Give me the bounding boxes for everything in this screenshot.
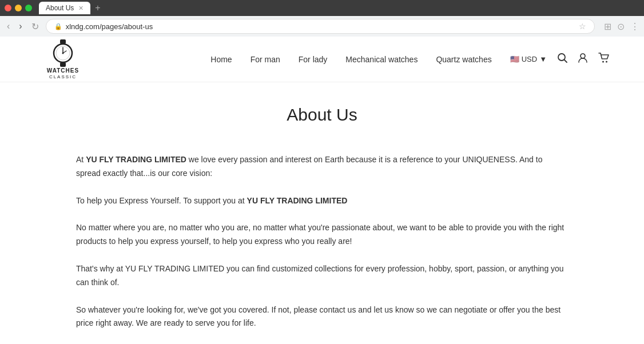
refresh-button[interactable]: ↻	[29, 20, 41, 33]
url-text: xlndg.com/pages/about-us	[66, 22, 153, 31]
site-wrapper: WATCHES CLASSIC Home For man For lady Me…	[0, 37, 644, 344]
browser-tab[interactable]: About Us ✕	[39, 2, 90, 14]
cart-button[interactable]	[598, 53, 610, 66]
browser-toolbar-icons: ⊞ ⊙ ⋮	[604, 21, 639, 32]
logo-text-sub: CLASSIC	[49, 74, 77, 79]
currency-selector[interactable]: 🇺🇸 USD ▼	[510, 55, 547, 63]
new-tab-button[interactable]: +	[90, 3, 105, 13]
forward-button[interactable]: ›	[17, 20, 24, 33]
tab-title: About Us	[46, 4, 74, 12]
company-name-2: YU FLY TRADING LIMITED	[247, 196, 348, 205]
bookmark-icon[interactable]: ☆	[579, 22, 586, 31]
nav-for-lady[interactable]: For lady	[299, 55, 328, 64]
tab-close-icon[interactable]: ✕	[78, 5, 84, 12]
currency-arrow: ▼	[539, 55, 547, 63]
extensions-icon[interactable]: ⊞	[604, 21, 611, 32]
svg-point-6	[62, 53, 64, 54]
nav-mechanical[interactable]: Mechanical watches	[345, 55, 418, 64]
nav-quartz[interactable]: Quartz watches	[436, 55, 491, 64]
svg-point-10	[602, 61, 604, 63]
close-window-button[interactable]	[5, 5, 11, 11]
page-content: About Us At YU FLY TRADING LIMITED we lo…	[65, 82, 579, 344]
paragraph-5: So whatever you're looking for, we've go…	[76, 303, 568, 331]
paragraph-4: That's why at YU FLY TRADING LIMITED you…	[76, 262, 568, 290]
currency-label: USD	[522, 55, 537, 63]
svg-point-9	[581, 54, 585, 58]
maximize-window-button[interactable]	[25, 5, 32, 11]
svg-point-11	[606, 61, 607, 63]
nav-for-man[interactable]: For man	[251, 55, 280, 64]
browser-chrome: About Us ✕ + ‹ › ↻ 🔒 xlndg.com/pages/abo…	[0, 0, 644, 37]
company-name-1: YU FLY TRADING LIMITED	[86, 155, 186, 164]
page-title: About Us	[76, 105, 568, 125]
svg-point-7	[558, 54, 565, 61]
lock-icon: 🔒	[54, 23, 62, 30]
account-icon[interactable]: ⊙	[617, 21, 625, 32]
logo-icon	[51, 39, 74, 67]
minimize-window-button[interactable]	[15, 5, 22, 11]
svg-line-8	[565, 60, 567, 62]
browser-menu-icon[interactable]: ⋮	[630, 21, 639, 32]
search-button[interactable]	[557, 53, 567, 66]
nav-home[interactable]: Home	[210, 55, 232, 64]
paragraph-1: At YU FLY TRADING LIMITED we love every …	[76, 153, 568, 181]
back-button[interactable]: ‹	[5, 20, 12, 33]
account-button[interactable]	[578, 53, 588, 66]
logo-text-main: WATCHES	[47, 67, 79, 74]
flag-icon: 🇺🇸	[510, 55, 519, 63]
address-bar[interactable]: 🔒 xlndg.com/pages/about-us ☆	[46, 19, 595, 34]
browser-addressbar: ‹ › ↻ 🔒 xlndg.com/pages/about-us ☆ ⊞ ⊙ ⋮	[0, 16, 644, 37]
site-header: WATCHES CLASSIC Home For man For lady Me…	[0, 37, 644, 82]
browser-titlebar: About Us ✕ +	[0, 0, 644, 16]
logo[interactable]: WATCHES CLASSIC	[34, 39, 92, 79]
header-icons: 🇺🇸 USD ▼	[510, 53, 610, 66]
browser-window-controls	[5, 5, 32, 11]
paragraph-2: To help you Express Yourself. To support…	[76, 194, 568, 208]
main-nav: Home For man For lady Mechanical watches…	[210, 55, 491, 64]
paragraph-3: No matter where you are, no matter who y…	[76, 221, 568, 249]
